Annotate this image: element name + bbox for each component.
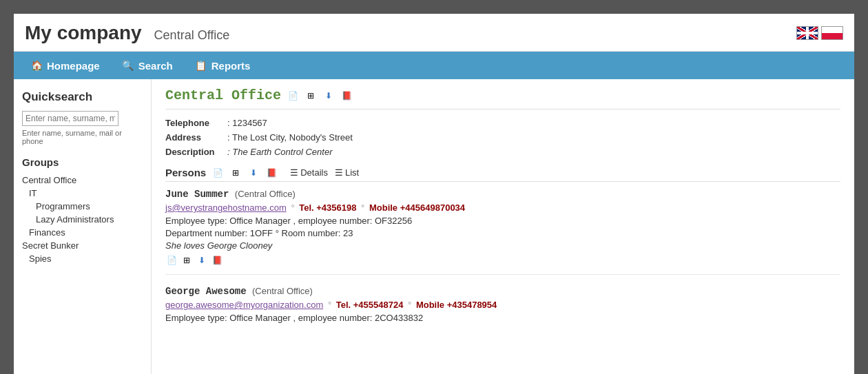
person-name-1: George Awesome (Central Office) — [165, 286, 840, 297]
persons-header: Persons 📄 ⊞ ⬇ 📕 ☰ Details ☰ List — [165, 167, 840, 182]
group-programmers[interactable]: Programmers — [36, 200, 143, 213]
nav-reports-label: Reports — [211, 60, 251, 72]
address-field: Address : The Lost City, Nobody's Street — [165, 132, 840, 143]
person-edit-icon-0[interactable]: 📄 — [165, 255, 178, 266]
reports-icon: 📋 — [195, 59, 207, 72]
group-secret-bunker[interactable]: Secret Bunker — [22, 239, 143, 252]
person-tel-0[interactable]: Tel. +4356198 — [299, 202, 356, 213]
page-header: My company Central Office — [14, 14, 854, 52]
record-title-row: Central Office 📄 ⊞ ⬇ 📕 — [165, 87, 840, 110]
persons-download-icon[interactable]: ⬇ — [247, 167, 260, 178]
description-label: Description — [165, 147, 227, 157]
person-download-icon-0[interactable]: ⬇ — [196, 255, 208, 266]
person-name-0: June Summer (Central Office) — [165, 189, 840, 200]
person-grid-icon-0[interactable]: ⊞ — [180, 255, 193, 266]
person-tel-1[interactable]: Tel. +455548724 — [336, 300, 404, 310]
persons-view-btns: ☰ Details ☰ List — [290, 167, 359, 178]
telephone-value: : 1234567 — [227, 118, 267, 128]
record-download-icon[interactable]: ⬇ — [322, 90, 335, 101]
nav-homepage[interactable]: 🏠 Homepage — [19, 52, 111, 79]
language-flags — [796, 26, 843, 40]
nav-search-label: Search — [138, 60, 173, 72]
persons-pdf-icon[interactable]: 📕 — [265, 167, 278, 178]
quicksearch-input[interactable] — [22, 111, 118, 126]
person-mobile-1[interactable]: Mobile +435478954 — [416, 300, 497, 310]
quicksearch-title: Quicksearch — [22, 90, 143, 104]
group-lazy-administrators[interactable]: Lazy Administrators — [36, 213, 143, 226]
persons-add-icon[interactable]: 📄 — [211, 167, 224, 178]
group-it[interactable]: IT — [29, 187, 143, 200]
list-label: List — [345, 167, 359, 178]
persons-grid-icon[interactable]: ⊞ — [229, 167, 242, 178]
quicksearch-hint: Enter name, surname, mail or phone — [22, 129, 143, 145]
groups-title: Groups — [22, 156, 143, 168]
nav-search[interactable]: 🔍 Search — [111, 52, 184, 79]
person-mobile-0[interactable]: Mobile +445649870034 — [369, 202, 465, 213]
nav-reports[interactable]: 📋 Reports — [184, 52, 262, 79]
person-contact-1: george.awesome@myorganization.com ° Tel.… — [165, 300, 840, 310]
address-value: : The Lost City, Nobody's Street — [227, 132, 353, 143]
telephone-label: Telephone — [165, 118, 227, 128]
nav-bar: 🏠 Homepage 🔍 Search 📋 Reports — [14, 52, 854, 79]
details-label: Details — [300, 167, 328, 178]
record-title-text: Central Office — [165, 87, 281, 103]
description-value: : The Earth Control Center — [227, 147, 332, 157]
sidebar: Quicksearch Enter name, surname, mail or… — [14, 79, 152, 374]
person-actions-0: 📄 ⊞ ⬇ 📕 — [165, 255, 840, 266]
person-pdf-icon-0[interactable]: 📕 — [211, 255, 223, 266]
record-pdf-icon[interactable]: 📕 — [340, 90, 353, 101]
nav-homepage-label: Homepage — [47, 60, 100, 72]
record-grid-icon[interactable]: ⊞ — [304, 90, 317, 101]
flag-pl[interactable] — [821, 26, 843, 40]
record-edit-icon[interactable]: 📄 — [287, 90, 299, 101]
content-area: Central Office 📄 ⊞ ⬇ 📕 Telephone : 12345… — [152, 79, 854, 374]
office-subtitle: Central Office — [154, 28, 230, 43]
view-details-btn[interactable]: ☰ Details — [290, 167, 328, 178]
search-icon: 🔍 — [122, 59, 134, 72]
person-note-0: She loves George Clooney — [165, 240, 840, 251]
group-finances[interactable]: Finances — [29, 226, 143, 239]
person-card-0: June Summer (Central Office) js@verystra… — [165, 189, 840, 275]
persons-title: Persons — [165, 167, 206, 178]
flag-uk[interactable] — [796, 26, 818, 40]
person-dept-0: Department number: 1OFF ° Room number: 2… — [165, 228, 840, 238]
telephone-field: Telephone : 1234567 — [165, 118, 840, 128]
person-contact-0: js@verystrangehostname.com ° Tel. +43561… — [165, 202, 840, 213]
list-icon: ☰ — [335, 167, 343, 178]
details-icon: ☰ — [290, 167, 298, 178]
company-name: My company — [25, 22, 142, 44]
person-email-1[interactable]: george.awesome@myorganization.com — [165, 300, 323, 310]
group-central-office[interactable]: Central Office — [22, 174, 143, 187]
person-emp-1: Employee type: Office Manager , employee… — [165, 313, 840, 323]
person-email-0[interactable]: js@verystrangehostname.com — [165, 202, 287, 213]
main-layout: Quicksearch Enter name, surname, mail or… — [14, 79, 854, 374]
person-card-1: George Awesome (Central Office) george.a… — [165, 286, 840, 333]
person-emp-0: Employee type: Office Manager , employee… — [165, 216, 840, 226]
group-spies[interactable]: Spies — [29, 252, 143, 265]
homepage-icon: 🏠 — [30, 59, 43, 72]
header-left: My company Central Office — [25, 22, 229, 44]
address-label: Address — [165, 132, 227, 143]
view-list-btn[interactable]: ☰ List — [335, 167, 359, 178]
description-field: Description : The Earth Control Center — [165, 147, 840, 157]
